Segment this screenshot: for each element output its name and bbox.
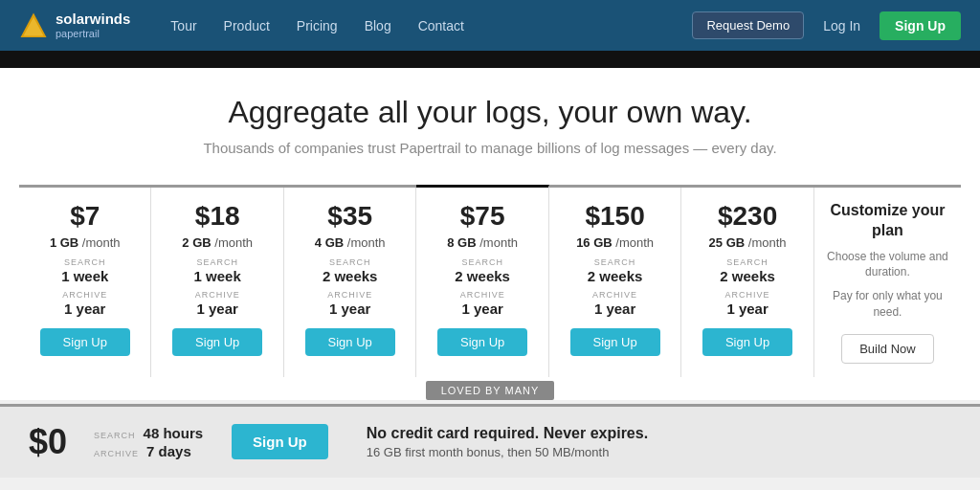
plan-col-4: $150 16 GB /month SEARCH 2 weeks ARCHIVE…: [549, 188, 681, 377]
plan-signup-button-2[interactable]: Sign Up: [305, 328, 395, 356]
plan-storage-1: 2 GB /month: [161, 235, 273, 250]
free-info: No credit card required. Never expires. …: [367, 425, 951, 459]
loved-badge-row: LOVED BY MANY: [19, 381, 961, 400]
customize-desc1: Choose the volume and duration.: [826, 249, 949, 281]
free-search-label: SEARCH: [94, 431, 136, 440]
plan-search-label-5: SEARCH: [691, 257, 803, 267]
plan-search-val-4: 2 weeks: [559, 268, 671, 284]
nav-links: Tour Product Pricing Blog Contact: [159, 12, 692, 39]
plan-price-4: $150: [559, 201, 671, 232]
free-info-title: No credit card required. Never expires.: [367, 425, 951, 442]
nav-blog[interactable]: Blog: [353, 12, 403, 39]
plan-col-0: $7 1 GB /month SEARCH 1 week ARCHIVE 1 y…: [19, 188, 151, 377]
plan-signup-button-1[interactable]: Sign Up: [172, 328, 262, 356]
pricing-section: $7 1 GB /month SEARCH 1 week ARCHIVE 1 y…: [0, 185, 980, 400]
plan-archive-label-2: ARCHIVE: [294, 290, 406, 300]
plan-price-2: $35: [294, 201, 406, 232]
signup-nav-button[interactable]: Sign Up: [880, 11, 961, 40]
plan-search-val-3: 2 weeks: [426, 268, 538, 284]
pricing-table: $7 1 GB /month SEARCH 1 week ARCHIVE 1 y…: [19, 185, 961, 377]
free-price: $0: [29, 422, 67, 462]
plan-price-0: $7: [29, 201, 141, 232]
plan-archive-val-5: 1 year: [691, 301, 803, 317]
plan-col-1: $18 2 GB /month SEARCH 1 week ARCHIVE 1 …: [151, 188, 283, 377]
logo: solarwinds papertrail: [19, 11, 130, 40]
plan-search-label-4: SEARCH: [559, 257, 671, 267]
plan-col-2: $35 4 GB /month SEARCH 2 weeks ARCHIVE 1…: [284, 188, 416, 377]
plan-archive-label-0: ARCHIVE: [29, 290, 141, 300]
free-signup-button[interactable]: Sign Up: [232, 424, 328, 459]
request-demo-button[interactable]: Request Demo: [692, 11, 804, 39]
plan-search-val-5: 2 weeks: [691, 268, 803, 284]
plan-archive-label-3: ARCHIVE: [426, 290, 538, 300]
loved-badge: LOVED BY MANY: [426, 381, 555, 400]
brand-sub: papertrail: [56, 28, 130, 40]
build-now-button[interactable]: Build Now: [841, 334, 934, 364]
free-search-row: SEARCH 48 hours: [94, 425, 203, 441]
plan-search-label-1: SEARCH: [161, 257, 273, 267]
plan-search-val-2: 2 weeks: [294, 268, 406, 284]
plan-search-val-1: 1 week: [161, 268, 273, 284]
login-button[interactable]: Log In: [813, 12, 870, 39]
free-search-val: 48 hours: [144, 425, 204, 441]
plan-storage-4: 16 GB /month: [559, 235, 671, 250]
hero-subline: Thousands of companies trust Papertrail …: [19, 140, 961, 156]
plan-search-label-0: SEARCH: [29, 257, 141, 267]
logo-icon: [19, 11, 48, 40]
plan-storage-2: 4 GB /month: [294, 235, 406, 250]
nav-actions: Request Demo Log In Sign Up: [692, 11, 961, 40]
plan-storage-0: 1 GB /month: [29, 235, 141, 250]
plan-price-1: $18: [161, 201, 273, 232]
plan-price-3: $75: [426, 201, 538, 232]
plan-archive-label-1: ARCHIVE: [161, 290, 273, 300]
plan-search-label-2: SEARCH: [294, 257, 406, 267]
navbar: solarwinds papertrail Tour Product Prici…: [0, 0, 980, 51]
plan-col-5: $230 25 GB /month SEARCH 2 weeks ARCHIVE…: [681, 188, 813, 377]
top-strip: [0, 51, 980, 68]
customize-title: Customize your plan: [826, 201, 949, 241]
nav-product[interactable]: Product: [212, 12, 281, 39]
plan-search-val-0: 1 week: [29, 268, 141, 284]
free-tier-section: $0 SEARCH 48 hours ARCHIVE 7 days Sign U…: [0, 404, 980, 478]
hero-headline: Aggregate all your logs, your own way.: [19, 95, 961, 130]
free-archive-label: ARCHIVE: [94, 449, 139, 458]
plan-archive-val-1: 1 year: [161, 301, 273, 317]
plan-signup-button-0[interactable]: Sign Up: [40, 328, 130, 356]
plan-archive-label-5: ARCHIVE: [691, 290, 803, 300]
plan-archive-val-4: 1 year: [559, 301, 671, 317]
free-info-desc: 16 GB first month bonus, then 50 MB/mont…: [367, 445, 951, 459]
customize-col: Customize your plan Choose the volume an…: [814, 188, 961, 377]
customize-desc2: Pay for only what you need.: [826, 288, 949, 321]
plan-price-5: $230: [691, 201, 803, 232]
plan-signup-button-5[interactable]: Sign Up: [702, 328, 792, 356]
plan-archive-val-3: 1 year: [426, 301, 538, 317]
free-archive-row: ARCHIVE 7 days: [94, 443, 203, 459]
plan-archive-val-0: 1 year: [29, 301, 141, 317]
nav-pricing[interactable]: Pricing: [285, 12, 349, 39]
free-archive-val: 7 days: [146, 443, 191, 459]
plan-storage-5: 25 GB /month: [691, 235, 803, 250]
brand-name: solarwinds: [56, 11, 130, 28]
plan-archive-label-4: ARCHIVE: [559, 290, 671, 300]
plan-archive-val-2: 1 year: [294, 301, 406, 317]
plan-signup-button-3[interactable]: Sign Up: [437, 328, 527, 356]
free-details: SEARCH 48 hours ARCHIVE 7 days: [94, 425, 203, 459]
plan-col-3: $75 8 GB /month SEARCH 2 weeks ARCHIVE 1…: [416, 185, 548, 377]
nav-tour[interactable]: Tour: [159, 12, 208, 39]
nav-contact[interactable]: Contact: [407, 12, 476, 39]
plan-signup-button-4[interactable]: Sign Up: [570, 328, 660, 356]
plan-storage-3: 8 GB /month: [426, 235, 538, 250]
plan-search-label-3: SEARCH: [426, 257, 538, 267]
hero-section: Aggregate all your logs, your own way. T…: [0, 68, 980, 185]
